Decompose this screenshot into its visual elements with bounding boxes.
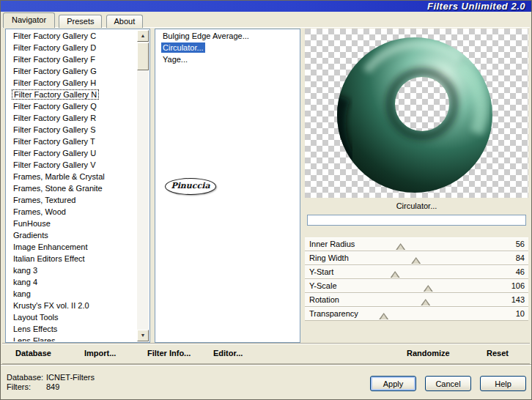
- database-button[interactable]: Database: [15, 349, 51, 358]
- param-row-ring-width[interactable]: Ring Width84: [305, 251, 528, 265]
- scrollbar-thumb[interactable]: [137, 42, 149, 70]
- category-item[interactable]: Image Enhancement: [7, 241, 137, 253]
- category-item-label: Filter Factory Gallery S: [12, 125, 97, 135]
- category-item-label: Lens Flares: [12, 336, 56, 341]
- category-item[interactable]: Frames, Marble & Crystal: [7, 171, 137, 182]
- category-item[interactable]: Filter Factory Gallery N: [7, 89, 137, 100]
- category-item-label: Frames, Marble & Crystal: [12, 171, 106, 182]
- param-row-y-scale[interactable]: Y-Scale106: [305, 279, 528, 293]
- status-area: Database: ICNET-Filters Filters: 849 App…: [1, 364, 531, 399]
- category-item[interactable]: FunHouse: [7, 218, 137, 229]
- filter-item[interactable]: Bulging Edge Average...: [156, 30, 299, 42]
- category-list-items: Filter Factory Gallery CFilter Factory G…: [7, 30, 137, 341]
- param-row-rotation[interactable]: Rotation143: [305, 293, 528, 307]
- category-item[interactable]: Krusty's FX vol. II 2.0: [7, 300, 137, 311]
- category-item[interactable]: Filter Factory Gallery Q: [7, 100, 137, 112]
- editor-button[interactable]: Editor...: [213, 349, 243, 358]
- category-item[interactable]: Gradients: [7, 229, 137, 241]
- category-item[interactable]: Lens Effects: [7, 323, 137, 335]
- filter-item[interactable]: Yage...: [156, 53, 299, 65]
- status-database-value: ICNET-Filters: [46, 373, 95, 382]
- scroll-up-icon[interactable]: ▲: [137, 30, 149, 42]
- param-row-transparency[interactable]: Transparency10: [305, 307, 528, 321]
- current-filter-label: Circulator...: [305, 201, 528, 210]
- category-item-label: Lens Effects: [12, 324, 59, 334]
- filter-item-label: Circulator...: [161, 42, 205, 53]
- tab-navigator[interactable]: Navigator: [3, 12, 55, 28]
- category-item-label: Layout Tools: [12, 312, 60, 322]
- category-item-label: Gradients: [12, 230, 50, 240]
- category-item-label: Krusty's FX vol. II 2.0: [12, 300, 91, 311]
- param-value: 56: [516, 240, 525, 248]
- param-value: 10: [516, 309, 525, 318]
- category-item-label: kang 3: [12, 265, 39, 275]
- param-label: Y-Scale: [309, 281, 337, 290]
- category-item[interactable]: kang 4: [7, 276, 137, 288]
- slider-thumb[interactable]: [391, 271, 400, 278]
- param-label: Ring Width: [309, 253, 349, 262]
- status-filters-label: Filters:: [7, 382, 31, 391]
- category-list[interactable]: Filter Factory Gallery CFilter Factory G…: [5, 29, 150, 343]
- category-item[interactable]: Layout Tools: [7, 311, 137, 323]
- category-item-label: kang 4: [12, 277, 39, 287]
- pinuccia-logo: Pinuccia: [165, 178, 216, 195]
- torus-render: [305, 29, 528, 198]
- category-item[interactable]: Filter Factory Gallery F: [7, 53, 137, 65]
- category-item[interactable]: Filter Factory Gallery V: [7, 159, 137, 171]
- help-button[interactable]: Help: [480, 376, 526, 391]
- category-item-label: Filter Factory Gallery Q: [12, 101, 98, 111]
- category-item-label: Italian Editors Effect: [12, 253, 86, 264]
- category-item-label: Frames, Textured: [12, 195, 77, 205]
- import-button[interactable]: Import...: [84, 349, 116, 358]
- scroll-down-icon[interactable]: ▼: [137, 330, 149, 341]
- category-item[interactable]: kang 3: [7, 264, 137, 276]
- category-item[interactable]: Filter Factory Gallery R: [7, 112, 137, 124]
- param-value: 46: [516, 267, 525, 276]
- category-scrollbar[interactable]: ▲ ▼: [137, 30, 149, 341]
- randomize-button[interactable]: Randomize: [407, 349, 450, 358]
- category-item[interactable]: Filter Factory Gallery H: [7, 77, 137, 89]
- slider-thumb[interactable]: [411, 257, 421, 264]
- category-item[interactable]: Filter Factory Gallery C: [7, 30, 137, 42]
- category-item[interactable]: Frames, Textured: [7, 194, 137, 206]
- category-item[interactable]: Lens Flares: [7, 335, 137, 341]
- category-item[interactable]: Frames, Stone & Granite: [7, 182, 137, 194]
- action-bar: Database Import... Filter Info... Editor…: [2, 344, 530, 364]
- category-item[interactable]: Frames, Wood: [7, 206, 137, 218]
- cancel-button[interactable]: Cancel: [425, 376, 471, 391]
- category-item-label: Filter Factory Gallery D: [12, 42, 97, 53]
- pinuccia-logo-text: Pinuccia: [171, 181, 210, 190]
- status-database-label: Database:: [7, 373, 43, 382]
- param-row-inner-radius[interactable]: Inner Radius56: [305, 237, 528, 251]
- tab-about[interactable]: About: [106, 15, 144, 28]
- slider-thumb[interactable]: [421, 299, 430, 305]
- slider-thumb[interactable]: [379, 313, 388, 319]
- slider-thumb[interactable]: [424, 285, 433, 292]
- category-item[interactable]: Filter Factory Gallery D: [7, 42, 137, 53]
- category-item[interactable]: Filter Factory Gallery T: [7, 136, 137, 147]
- window-title: Filters Unlimited 2.0: [427, 1, 525, 12]
- reset-button[interactable]: Reset: [487, 349, 509, 358]
- category-item-label: Filter Factory Gallery G: [12, 66, 98, 76]
- param-value: 106: [511, 281, 525, 290]
- category-item[interactable]: kang: [7, 288, 137, 300]
- apply-button[interactable]: Apply: [370, 376, 416, 391]
- param-value: 84: [516, 253, 525, 262]
- category-item[interactable]: Italian Editors Effect: [7, 253, 137, 264]
- slider-thumb[interactable]: [396, 243, 405, 250]
- category-item[interactable]: Filter Factory Gallery S: [7, 124, 137, 136]
- filter-list[interactable]: Bulging Edge Average...Circulator...Yage…: [155, 29, 300, 343]
- tab-presets[interactable]: Presets: [59, 15, 102, 28]
- category-item-label: FunHouse: [12, 218, 52, 229]
- status-filters-value: 849: [46, 382, 59, 391]
- param-row-y-start[interactable]: Y-Start46: [305, 265, 528, 279]
- category-item[interactable]: Filter Factory Gallery G: [7, 65, 137, 77]
- category-item[interactable]: Filter Factory Gallery U: [7, 147, 137, 159]
- param-value: 143: [511, 295, 525, 304]
- filter-item[interactable]: Circulator...: [156, 42, 299, 53]
- category-item-label: Filter Factory Gallery H: [12, 78, 97, 88]
- filter-info-button[interactable]: Filter Info...: [147, 349, 191, 358]
- category-item-label: Filter Factory Gallery F: [12, 54, 97, 64]
- title-bar: Filters Unlimited 2.0: [1, 1, 531, 12]
- filters-unlimited-window: Filters Unlimited 2.0 Navigator Presets …: [0, 0, 532, 400]
